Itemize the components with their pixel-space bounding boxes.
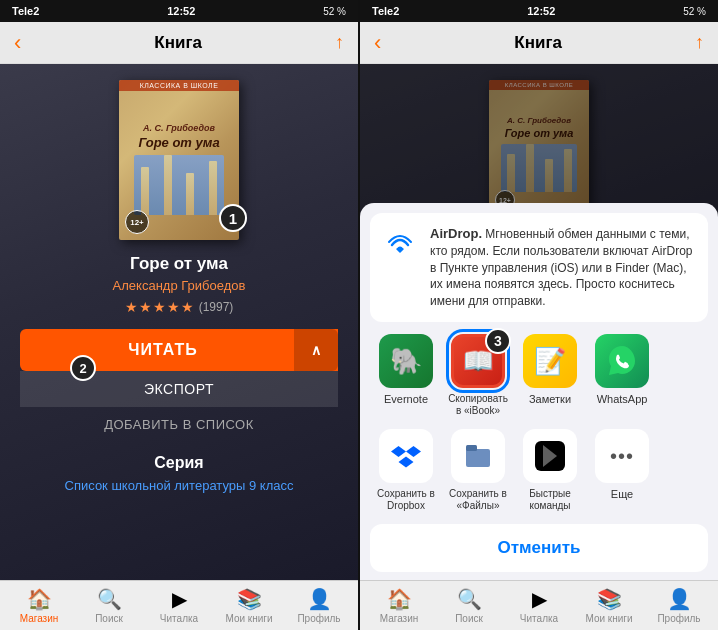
cover-author: А. С. Грибоедов — [143, 123, 215, 133]
action-files[interactable]: Сохранить в «Файлы» — [442, 429, 514, 512]
tab-store[interactable]: 🏠 Магазин — [4, 581, 74, 630]
back-button-right[interactable]: ‹ — [374, 30, 381, 56]
shortcuts-label: Быстрые команды — [517, 488, 583, 512]
app-item-evernote[interactable]: 🐘 Evernote — [370, 334, 442, 417]
action-shortcuts[interactable]: Быстрые команды — [514, 429, 586, 512]
tab-mybooks[interactable]: 📚 Мои книги — [214, 581, 284, 630]
tab-reader[interactable]: ▶ Читалка — [144, 581, 214, 630]
rating-count: (1997) — [199, 300, 234, 314]
action-dropbox[interactable]: Сохранить в Dropbox — [370, 429, 442, 512]
svg-point-0 — [382, 227, 418, 263]
time-left: 12:52 — [167, 5, 195, 17]
back-button-left[interactable]: ‹ — [14, 30, 21, 56]
svg-rect-3 — [466, 445, 477, 451]
search-icon: 🔍 — [97, 587, 122, 611]
svg-point-1 — [398, 246, 403, 251]
book-author[interactable]: Александр Грибоедов — [113, 278, 246, 293]
read-button-container: ЧИТАТЬ ∧ 2 — [20, 329, 338, 371]
tab-bar-right: 🏠 Магазин 🔍 Поиск ▶ Читалка 📚 Мои книги … — [360, 580, 718, 630]
age-badge: 12+ — [125, 210, 149, 234]
search-icon-right: 🔍 — [457, 587, 482, 611]
series-title: Серия — [20, 454, 338, 472]
battery-right: 52 % — [683, 6, 706, 17]
series-link[interactable]: Список школьной литературы 9 класс — [20, 478, 338, 493]
right-cover-author: А. С. Грибоедов — [507, 116, 571, 125]
nav-title-right: Книга — [514, 33, 562, 53]
tab-search[interactable]: 🔍 Поиск — [74, 581, 144, 630]
status-bar-right: Tele2 12:52 52 % — [360, 0, 718, 22]
files-icon — [451, 429, 505, 483]
cover-columns — [134, 155, 224, 215]
app-item-ibooks[interactable]: 📖 3 Скопировать в «iBook» — [442, 334, 514, 417]
store-icon-right: 🏠 — [387, 587, 412, 611]
mybooks-icon-right: 📚 — [597, 587, 622, 611]
app-icons-row: 🐘 Evernote 📖 3 Скопировать в «iBook» 📝 — [360, 326, 718, 425]
battery-left: 52 % — [323, 6, 346, 17]
action-more[interactable]: ••• Еще — [586, 429, 658, 512]
cancel-button[interactable]: Отменить — [370, 524, 708, 572]
badge-1: 1 — [219, 204, 247, 232]
cover-header: КЛАССИКА В ШКОЛЕ — [119, 80, 239, 91]
tab-search-right[interactable]: 🔍 Поиск — [434, 581, 504, 630]
cover-title-art: Горе от ума — [138, 135, 219, 151]
badge-3: 3 — [485, 328, 511, 354]
tab-store-right[interactable]: 🏠 Магазин — [364, 581, 434, 630]
nav-bar-left: ‹ Книга ↑ — [0, 22, 358, 64]
shortcuts-icon — [523, 429, 577, 483]
share-button-left[interactable]: ↑ — [335, 32, 344, 53]
profile-icon: 👤 — [307, 587, 332, 611]
whatsapp-icon — [595, 334, 649, 388]
left-screen: Tele2 12:52 52 % ‹ Книга ↑ КЛАССИКА В ШК… — [0, 0, 358, 630]
actions-row: Сохранить в Dropbox Сохранить в «Файлы» — [360, 425, 718, 520]
reader-icon: ▶ — [172, 587, 187, 611]
status-bar-left: Tele2 12:52 52 % — [0, 0, 358, 22]
right-cover-header: КЛАССИКА В ШКОЛЕ — [489, 80, 589, 90]
carrier-right: Tele2 — [372, 5, 399, 17]
right-cover-columns — [501, 144, 577, 192]
badge-2: 2 — [70, 355, 96, 381]
dropbox-icon — [379, 429, 433, 483]
reader-icon-right: ▶ — [532, 587, 547, 611]
files-label: Сохранить в «Файлы» — [445, 488, 511, 512]
tab-profile[interactable]: 👤 Профиль — [284, 581, 354, 630]
cover-image — [134, 155, 224, 215]
app-item-whatsapp[interactable]: WhatsApp — [586, 334, 658, 417]
tab-profile-right[interactable]: 👤 Профиль — [644, 581, 714, 630]
ibooks-label: Скопировать в «iBook» — [445, 393, 511, 417]
dropbox-label: Сохранить в Dropbox — [373, 488, 439, 512]
book-rating: ★★★★★ (1997) — [125, 299, 234, 315]
airdrop-section: AirDrop. Мгновенный обмен данными с теми… — [370, 213, 708, 322]
airdrop-icon — [382, 227, 418, 271]
store-icon: 🏠 — [27, 587, 52, 611]
series-section: Серия Список школьной литературы 9 класс — [20, 442, 338, 497]
tab-reader-right[interactable]: ▶ Читалка — [504, 581, 574, 630]
nav-title-left: Книга — [154, 33, 202, 53]
mybooks-icon: 📚 — [237, 587, 262, 611]
book-title: Горе от ума — [130, 254, 228, 274]
stars: ★★★★★ — [125, 299, 195, 315]
right-book-cover: КЛАССИКА В ШКОЛЕ А. С. Грибоедов Горе от… — [489, 80, 589, 216]
expand-button[interactable]: ∧ — [294, 329, 338, 371]
tab-bar-left: 🏠 Магазин 🔍 Поиск ▶ Читалка 📚 Мои книги … — [0, 580, 358, 630]
airdrop-description: AirDrop. Мгновенный обмен данными с теми… — [430, 225, 696, 310]
book-cover-container: КЛАССИКА В ШКОЛЕ А. С. Грибоедов Горе от… — [119, 80, 239, 240]
evernote-icon: 🐘 — [379, 334, 433, 388]
svg-rect-2 — [466, 449, 490, 467]
add-to-list-button[interactable]: ДОБАВИТЬ В СПИСОК — [20, 407, 338, 442]
book-content-left: КЛАССИКА В ШКОЛЕ А. С. Грибоедов Горе от… — [0, 64, 358, 580]
nav-bar-right: ‹ Книга ↑ — [360, 22, 718, 64]
time-right: 12:52 — [527, 5, 555, 17]
right-cover-image — [501, 144, 577, 192]
notes-icon: 📝 — [523, 334, 577, 388]
carrier-left: Tele2 — [12, 5, 39, 17]
share-button-right[interactable]: ↑ — [695, 32, 704, 53]
right-cover-title: Горе от ума — [505, 127, 574, 140]
read-button[interactable]: ЧИТАТЬ ∧ — [20, 329, 338, 371]
right-screen: Tele2 12:52 52 % ‹ Книга ↑ КЛАССИКА В ШК… — [360, 0, 718, 630]
profile-icon-right: 👤 — [667, 587, 692, 611]
export-button[interactable]: ЭКСПОРТ — [20, 371, 338, 407]
share-sheet: AirDrop. Мгновенный обмен данными с теми… — [360, 203, 718, 580]
app-item-notes[interactable]: 📝 Заметки — [514, 334, 586, 417]
tab-mybooks-right[interactable]: 📚 Мои книги — [574, 581, 644, 630]
ibooks-icon-wrapper: 📖 3 — [451, 334, 505, 388]
